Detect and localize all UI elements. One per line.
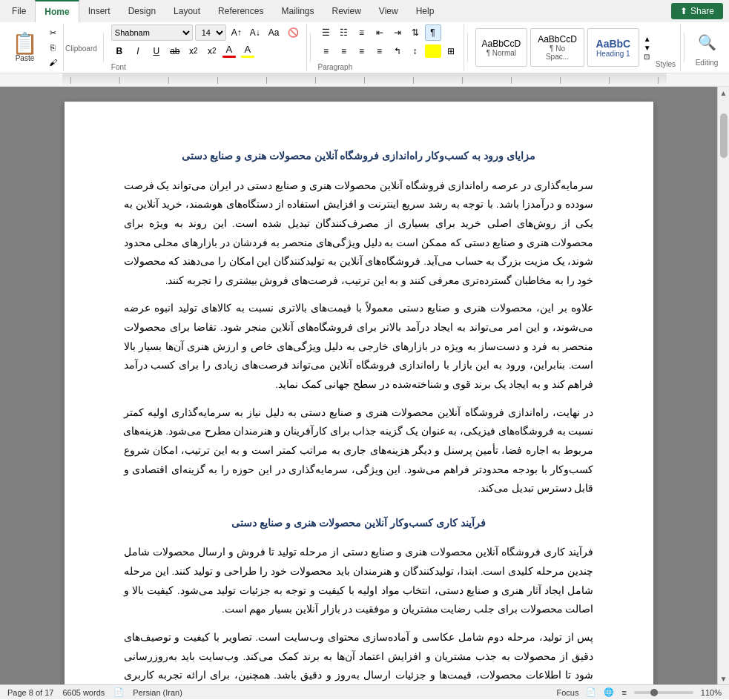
page-info: Page 8 of 17: [7, 688, 53, 697]
tab-design[interactable]: Design: [119, 0, 165, 22]
highlight-color-button[interactable]: A: [241, 44, 254, 58]
paragraph-group-label: Paragraph: [318, 63, 459, 71]
subscript-button[interactable]: x2: [185, 43, 202, 59]
clear-formatting-button[interactable]: 🚫: [285, 24, 302, 41]
shading-button[interactable]: [425, 44, 441, 58]
justify-button[interactable]: ≡: [372, 43, 388, 59]
view-web-icon[interactable]: 🌐: [604, 687, 614, 697]
paragraph-5: پس از تولید، مرحله دوم شامل عکاسی و آماد…: [124, 628, 594, 684]
scroll-thumb[interactable]: [720, 113, 728, 158]
align-right-button[interactable]: ≡: [354, 43, 370, 59]
scroll-down-arrow[interactable]: ▼: [718, 673, 730, 684]
tab-view[interactable]: View: [370, 0, 407, 22]
paragraph-3: در نهایت، راه‌اندازی فروشگاه آنلاین محصو…: [124, 403, 594, 498]
ruler-marks: |||||||||||||: [62, 76, 667, 84]
highlight-bar: [241, 56, 254, 58]
zoom-level[interactable]: 110%: [701, 688, 722, 697]
page-content[interactable]: مزایای ورود به کسب‌وکار راه‌اندازی فروشگ…: [65, 102, 653, 684]
font-name-select[interactable]: Shabnam: [111, 24, 193, 41]
clipboard-group-label: Clipboard: [65, 44, 97, 53]
increase-indent-button[interactable]: ⇥: [389, 24, 406, 41]
decrease-font-button[interactable]: A↓: [247, 24, 263, 41]
underline-button[interactable]: U: [148, 43, 165, 59]
styles-scroll[interactable]: ▲ ▼ ⊡: [642, 35, 653, 61]
style-normal[interactable]: AaBbCcD ¶ Normal: [475, 28, 528, 67]
tab-mailings[interactable]: Mailings: [272, 0, 323, 22]
borders-button[interactable]: ⊞: [443, 43, 459, 59]
home-toolbar: 📋 Paste ✂ ⎘ 🖌 Clipboard Shabnam 14 A↑ A↓…: [0, 22, 729, 73]
line-spacing-button[interactable]: ↕: [407, 43, 423, 59]
styles-group: AaBbCcD ¶ Normal AaBbCcD ¶ No Spac... Aa…: [471, 24, 681, 71]
tab-references[interactable]: References: [209, 0, 272, 22]
editing-group: 🔍 Editing: [687, 24, 726, 71]
word-count: 6605 words: [62, 688, 105, 697]
editing-group-label: Editing: [696, 59, 719, 67]
font-group-label: Font: [111, 63, 302, 71]
bullets-button[interactable]: ☰: [318, 24, 334, 41]
view-print-icon[interactable]: 📄: [586, 687, 596, 697]
increase-font-button[interactable]: A↑: [228, 24, 245, 41]
status-bar: Page 8 of 17 6605 words 📄 Persian (Iran)…: [0, 684, 729, 699]
paste-button[interactable]: 📋 Paste: [6, 25, 44, 70]
focus-label[interactable]: Focus: [556, 688, 578, 697]
tab-file[interactable]: File: [3, 0, 35, 22]
tab-help[interactable]: Help: [407, 0, 443, 22]
multilevel-list-button[interactable]: ≡: [354, 24, 370, 41]
share-button[interactable]: ⬆ Share: [671, 3, 723, 19]
font-size-select[interactable]: 14: [195, 24, 226, 41]
cut-button[interactable]: ✂: [45, 26, 60, 39]
style-heading1-tag: Heading 1: [596, 50, 630, 58]
clipboard-group: 📋 Paste ✂ ⎘ 🖌: [3, 24, 64, 71]
highlight-icon: A: [244, 44, 251, 55]
bold-button[interactable]: B: [111, 43, 128, 59]
font-color-icon: A: [225, 44, 232, 55]
zoom-thumb[interactable]: [650, 689, 658, 696]
numbering-button[interactable]: ☷: [336, 24, 352, 41]
tab-home[interactable]: Home: [35, 0, 79, 22]
decrease-indent-button[interactable]: ⇤: [372, 24, 388, 41]
status-right: Focus 📄 🌐 ≡ 110%: [556, 687, 722, 697]
strikethrough-button[interactable]: ab: [167, 43, 183, 59]
font-color-button[interactable]: A: [222, 44, 236, 58]
language-label: Persian (Iran): [133, 688, 182, 697]
tab-layout[interactable]: Layout: [165, 0, 209, 22]
superscript-button[interactable]: x2: [204, 43, 220, 59]
scroll-up-arrow[interactable]: ▲: [718, 87, 730, 99]
paragraph-2: علاوه بر این، محصولات هنری و صنایع دستی …: [124, 299, 594, 394]
search-editing-button[interactable]: 🔍: [693, 29, 720, 56]
ribbon-tabs: File Home Insert Design Layout Reference…: [0, 0, 729, 22]
divider-2: [310, 33, 311, 62]
style-heading1[interactable]: AaBbC Heading 1: [587, 28, 639, 67]
styles-group-label: Styles: [656, 60, 676, 68]
copy-button[interactable]: ⎘: [45, 41, 60, 54]
page-wrapper[interactable]: مزایای ورود به کسب‌وکار راه‌اندازی فروشگ…: [0, 87, 717, 684]
styles-up-arrow[interactable]: ▲: [644, 35, 651, 43]
style-normal-preview: AaBbCcD: [481, 39, 521, 49]
styles-down-arrow[interactable]: ▼: [644, 44, 651, 52]
italic-button[interactable]: I: [130, 43, 146, 59]
ruler-inner: |||||||||||||: [62, 73, 667, 86]
paragraph-4: فرآیند کاری فروشگاه آنلاین محصولات هنری …: [124, 543, 594, 619]
tab-review[interactable]: Review: [323, 0, 369, 22]
font-row1: Shabnam 14 A↑ A↓ Aa 🚫: [111, 24, 302, 41]
format-painter-button[interactable]: 🖌: [45, 56, 60, 69]
rtl-button[interactable]: ↰: [389, 43, 406, 59]
sort-button[interactable]: ⇅: [407, 24, 423, 41]
para-row2: ≡ ≡ ≡ ≡ ↰ ↕ ⊞: [318, 43, 459, 59]
vertical-scrollbar[interactable]: ▲ ▼: [717, 87, 729, 684]
align-center-button[interactable]: ≡: [336, 43, 352, 59]
paragraph-1: سرمایه‌گذاری در عرصه راه‌اندازی فروشگاه …: [124, 176, 594, 291]
zoom-slider[interactable]: [634, 691, 693, 694]
styles-more-arrow[interactable]: ⊡: [644, 53, 651, 61]
paste-label: Paste: [16, 54, 35, 62]
align-left-button[interactable]: ≡: [318, 43, 334, 59]
section2-title: فرآیند کاری کسب‌وکار آنلاین محصولات هنری…: [124, 513, 594, 533]
scroll-track[interactable]: [718, 99, 729, 673]
style-nospace[interactable]: AaBbCcD ¶ No Spac...: [530, 28, 584, 67]
search-icon: 🔍: [698, 33, 716, 51]
tab-insert[interactable]: Insert: [79, 0, 119, 22]
change-case-button[interactable]: Aa: [265, 24, 283, 41]
font-group: Shabnam 14 A↑ A↓ Aa 🚫 B I U ab x2 x2 A A: [107, 24, 307, 71]
view-outline-icon[interactable]: ≡: [621, 688, 626, 697]
show-marks-button[interactable]: ¶: [425, 24, 441, 41]
